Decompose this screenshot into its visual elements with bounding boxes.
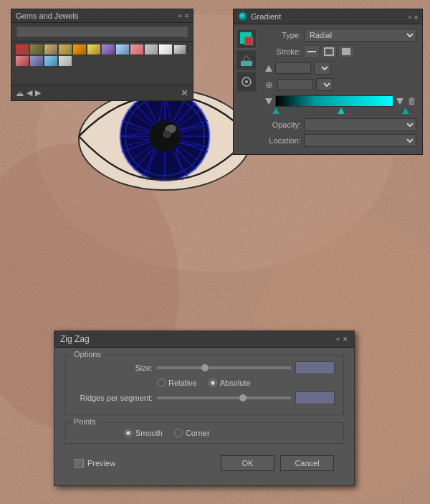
zigzag-footer: Preview OK Cancel [64, 451, 344, 478]
gradient-right-stop[interactable] [396, 98, 403, 105]
corner-radio-circle [174, 429, 183, 437]
swatch[interactable] [30, 44, 43, 54]
fg-bg-colors[interactable] [236, 29, 257, 49]
swatch[interactable] [159, 44, 172, 54]
gems-title-icons: « ≡ [178, 12, 188, 19]
cancel-button[interactable]: Cancel [280, 455, 334, 471]
scale-input[interactable]: 100% [277, 79, 313, 90]
swatch[interactable] [145, 44, 158, 54]
gems-panel: Gems and Jewels « ≡ [11, 9, 194, 101]
zigzag-body: Options Size: 7 px Relative Absolute [54, 348, 354, 485]
preview-label: Preview [87, 459, 115, 467]
gems-search-input[interactable] [16, 26, 188, 38]
points-radio-row: Smooth Corner [74, 429, 335, 437]
zigzag-dialog: Zig Zag « ✕ Options Size: 7 px Relative [54, 331, 355, 486]
angle-icon [265, 65, 272, 72]
gradient-stop-right[interactable] [402, 108, 409, 114]
swatch[interactable] [16, 56, 29, 66]
size-label: Size: [74, 363, 153, 372]
swatch[interactable] [73, 44, 86, 54]
ridges-label: Ridges per segment: [74, 394, 153, 402]
gradient-bar-container: 🗑 [265, 95, 416, 114]
gradient-left-stop[interactable] [265, 98, 272, 105]
zigzag-title-bar: Zig Zag « ✕ [54, 331, 354, 348]
ridges-slider[interactable] [157, 396, 291, 399]
gradient-delete-btn[interactable]: 🗑 [408, 96, 416, 106]
svg-rect-29 [241, 61, 252, 66]
scale-icon: ⊕ [265, 80, 273, 90]
scale-select[interactable]: ▼ [316, 78, 333, 91]
zigzag-close-icon[interactable]: ✕ [343, 336, 348, 343]
smooth-radio[interactable]: Smooth [124, 429, 163, 437]
swatch[interactable] [59, 44, 72, 54]
swatch[interactable] [44, 44, 57, 54]
gems-swatches [11, 42, 193, 85]
swatch-row-1 [16, 44, 188, 54]
swatch[interactable] [59, 56, 72, 66]
gradient-type-select[interactable]: Radial Linear [304, 29, 416, 42]
size-value[interactable]: 7 px [295, 361, 335, 374]
gradient-scale-row: ⊕ 100% ▼ [265, 78, 416, 91]
stroke-icon-group [304, 45, 354, 58]
gradient-menu-icon[interactable]: ≡ [414, 14, 418, 21]
gradient-stops-row [265, 108, 416, 114]
smooth-radio-circle [124, 429, 133, 437]
gems-collapse-icon[interactable]: « [178, 12, 182, 19]
gems-panel-title: Gems and Jewels [16, 11, 78, 20]
options-section: Options Size: 7 px Relative Absolute [64, 355, 344, 415]
gradient-side-tools [234, 24, 259, 154]
relative-radio[interactable]: Relative [157, 379, 197, 387]
swatch[interactable] [87, 44, 100, 54]
gradient-tool3[interactable] [236, 72, 257, 92]
opacity-label: Opacity: [265, 120, 301, 129]
stroke-btn-2[interactable] [321, 45, 337, 58]
angle-input[interactable]: 0° [275, 62, 311, 74]
absolute-radio[interactable]: Absolute [209, 379, 251, 387]
swatch[interactable] [44, 56, 57, 66]
zigzag-collapse-icon[interactable]: « [336, 336, 340, 343]
preview-checkbox[interactable] [75, 459, 84, 468]
swatch[interactable] [30, 56, 43, 66]
gems-search-area [11, 23, 193, 42]
swatch[interactable] [130, 44, 143, 54]
mountain-icon: ⛰ [16, 89, 24, 98]
delete-icon[interactable]: ✕ [181, 87, 188, 98]
next-icon[interactable]: ▶ [35, 88, 41, 98]
gradient-tool2[interactable] [236, 50, 257, 70]
points-section-title: Points [71, 417, 99, 426]
preview-checkbox-row: Preview [75, 459, 115, 468]
gradient-title-icons: « ≡ [408, 12, 418, 21]
svg-rect-34 [325, 48, 333, 55]
absolute-radio-circle [209, 379, 217, 387]
gradient-collapse-icon[interactable]: « [408, 14, 412, 21]
gradient-bar[interactable] [275, 95, 393, 107]
ridges-value[interactable]: 13 [295, 391, 335, 404]
swatch[interactable] [116, 44, 129, 54]
location-label: Location: [265, 136, 301, 145]
gradient-title-bar: Gradient « ≡ [234, 9, 422, 24]
gradient-panel: Gradient « ≡ [233, 9, 423, 155]
gems-title-bar: Gems and Jewels « ≡ [11, 9, 193, 23]
ok-button[interactable]: OK [221, 455, 274, 471]
swatch[interactable] [173, 44, 186, 54]
gradient-angle-row: 0° ▼ [265, 62, 416, 75]
stroke-btn-1[interactable] [304, 45, 320, 58]
angle-select[interactable]: ▼ [314, 62, 331, 75]
prev-icon[interactable]: ◀ [27, 88, 32, 98]
gradient-stop-left[interactable] [272, 108, 280, 114]
swatch[interactable] [102, 44, 115, 54]
corner-radio[interactable]: Corner [174, 429, 210, 437]
swatch[interactable] [16, 44, 29, 54]
location-select[interactable] [304, 134, 416, 147]
stroke-btn-3[interactable] [338, 45, 354, 58]
gradient-opacity-row: Opacity: [265, 118, 416, 131]
gems-menu-icon[interactable]: ≡ [185, 12, 188, 19]
gradient-panel-title: Gradient [238, 11, 281, 22]
gradient-stop-mid[interactable] [338, 108, 345, 114]
gradient-type-row: Type: Radial Linear [265, 29, 416, 42]
gradient-location-row: Location: [265, 134, 416, 147]
gradient-content: Type: Radial Linear Stroke: [234, 24, 422, 154]
size-slider[interactable] [157, 366, 291, 369]
svg-rect-33 [307, 51, 316, 52]
opacity-select[interactable] [304, 118, 416, 131]
